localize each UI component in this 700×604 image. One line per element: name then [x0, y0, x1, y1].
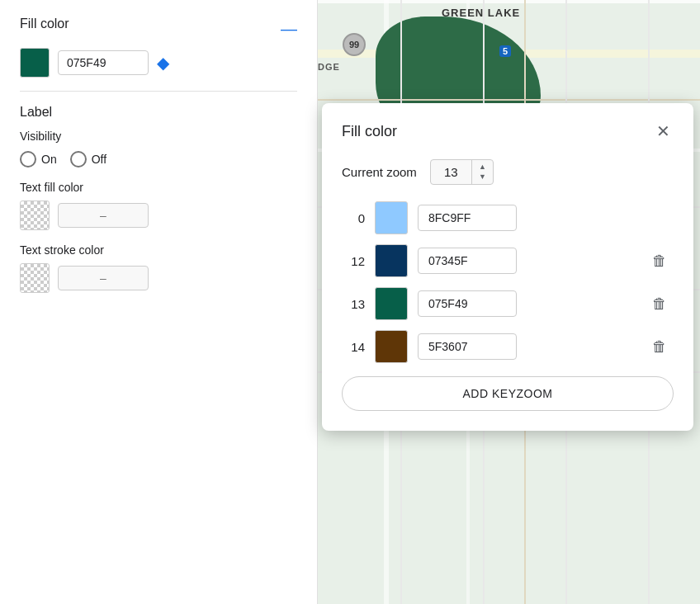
fill-color-title: Fill color	[20, 17, 69, 31]
fill-color-swatch[interactable]	[20, 48, 50, 78]
entry-swatch-2[interactable]	[375, 287, 408, 320]
text-stroke-color-row	[20, 263, 297, 293]
label-section: Label Visibility On Off Text fill color …	[20, 105, 297, 293]
map-highway-5-badge: 5	[499, 45, 511, 57]
entry-zoom-0: 0	[342, 211, 365, 225]
entry-hex-input-3[interactable]	[418, 333, 517, 360]
color-entry-row: 0	[342, 201, 674, 234]
radio-on-label: On	[41, 153, 57, 166]
popup-title: Fill color	[342, 123, 397, 140]
text-stroke-input[interactable]	[58, 266, 149, 290]
zoom-down-arrow[interactable]: ▼	[479, 172, 486, 182]
text-stroke-section: Text stroke color	[20, 243, 297, 293]
fill-color-hex-input[interactable]	[58, 50, 149, 75]
add-keyzoom-button[interactable]: ADD KEYZOOM	[342, 376, 674, 411]
left-panel: Fill color — ◆ Label Visibility On Off T…	[0, 0, 318, 604]
fill-color-popup: Fill color ✕ Current zoom 13 ▲ ▼ 0 12 🗑 …	[322, 103, 693, 431]
map-highway-99: 99	[343, 33, 366, 56]
text-fill-swatch[interactable]	[20, 201, 50, 230]
visibility-row: On Off	[20, 151, 297, 168]
map-partial-label: DGE	[318, 62, 340, 72]
entry-hex-input-1[interactable]	[418, 248, 517, 274]
color-entry-row: 13 🗑	[342, 287, 674, 320]
entry-swatch-0[interactable]	[375, 201, 408, 234]
divider-1	[20, 91, 297, 92]
radio-off-circle	[70, 151, 87, 168]
entry-zoom-1: 12	[342, 254, 365, 268]
entry-swatch-1[interactable]	[375, 244, 408, 277]
close-button[interactable]: ✕	[653, 120, 674, 143]
entry-hex-input-2[interactable]	[418, 290, 517, 317]
radio-on[interactable]: On	[20, 151, 57, 168]
entry-hex-input-0[interactable]	[418, 205, 517, 231]
radio-on-circle	[20, 151, 36, 168]
delete-button-3[interactable]: 🗑	[646, 335, 674, 359]
text-fill-color-row	[20, 201, 297, 230]
text-fill-color-label: Text fill color	[20, 181, 297, 194]
popup-header: Fill color ✕	[342, 120, 674, 143]
zoom-spinner[interactable]: 13 ▲ ▼	[430, 159, 494, 185]
color-entry-row: 12 🗑	[342, 244, 674, 277]
radio-off[interactable]: Off	[70, 151, 106, 168]
map-green-lake-label: GREEN LAKE	[442, 7, 520, 19]
entry-zoom-2: 13	[342, 297, 365, 311]
collapse-icon[interactable]: —	[281, 21, 297, 37]
text-stroke-color-label: Text stroke color	[20, 243, 297, 257]
fill-color-controls: ◆	[20, 48, 297, 78]
zoom-arrows[interactable]: ▲ ▼	[472, 161, 493, 183]
text-stroke-swatch[interactable]	[20, 263, 50, 293]
radio-off-label: Off	[92, 153, 106, 166]
entry-zoom-3: 14	[342, 340, 365, 354]
current-zoom-row: Current zoom 13 ▲ ▼	[342, 159, 674, 185]
zoom-value: 13	[431, 160, 472, 184]
delete-button-2[interactable]: 🗑	[646, 292, 674, 316]
fill-color-section: Fill color —	[20, 17, 297, 41]
color-entry-row: 14 🗑	[342, 330, 674, 363]
text-fill-input[interactable]	[58, 203, 149, 228]
color-entries-container: 0 12 🗑 13 🗑 14 🗑	[342, 201, 674, 363]
current-zoom-label: Current zoom	[342, 165, 417, 179]
delete-button-1[interactable]: 🗑	[646, 249, 674, 273]
entry-swatch-3[interactable]	[375, 330, 408, 363]
text-fill-section: Text fill color	[20, 181, 297, 230]
label-title: Label	[20, 105, 297, 120]
visibility-label: Visibility	[20, 130, 297, 143]
zoom-up-arrow[interactable]: ▲	[479, 163, 486, 172]
diamond-icon[interactable]: ◆	[157, 53, 169, 73]
